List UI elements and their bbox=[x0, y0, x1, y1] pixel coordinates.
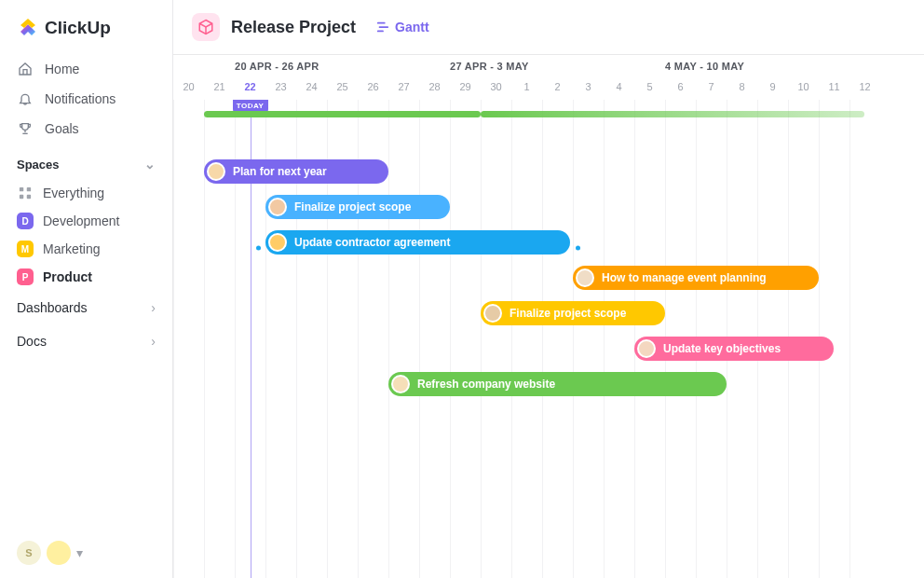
range-label: 4 MAY - 10 MAY bbox=[665, 61, 744, 72]
dependency-handle[interactable] bbox=[256, 246, 261, 251]
gantt-task-bar[interactable]: How to manage event planning bbox=[573, 266, 819, 290]
gantt-row: Update contractor agreement bbox=[173, 230, 924, 266]
chevron-right-icon: › bbox=[151, 300, 156, 315]
gantt-row: Update key objectives bbox=[173, 337, 924, 372]
task-label: Plan for next year bbox=[233, 165, 327, 178]
day-column: 28 bbox=[419, 77, 450, 100]
space-badge: P bbox=[17, 268, 34, 285]
day-column: 4 bbox=[604, 77, 634, 100]
nav-goals[interactable]: Goals bbox=[0, 114, 172, 144]
task-label: How to manage event planning bbox=[602, 271, 767, 284]
space-badge: D bbox=[17, 213, 34, 229]
day-column: 12 bbox=[849, 77, 880, 100]
home-icon bbox=[17, 61, 34, 77]
gantt-task-bar[interactable]: Finalize project scope bbox=[481, 301, 665, 325]
day-column: 5 bbox=[634, 77, 665, 100]
topbar: Release Project Gantt bbox=[173, 0, 924, 55]
space-label: Everything bbox=[43, 186, 104, 200]
day-column: 9 bbox=[757, 77, 788, 100]
day-column: 10 bbox=[788, 77, 819, 100]
chevron-right-icon: › bbox=[151, 334, 156, 349]
progress-fade bbox=[481, 111, 864, 117]
everything-icon bbox=[17, 185, 34, 201]
assignee-avatar bbox=[576, 268, 594, 287]
view-gantt[interactable]: Gantt bbox=[376, 20, 429, 34]
section-label: Dashboards bbox=[17, 300, 88, 315]
space-label: Marketing bbox=[43, 241, 100, 256]
sidebar-item-dashboards[interactable]: Dashboards › bbox=[0, 291, 172, 324]
gantt-task-bar[interactable]: Update contractor agreement bbox=[265, 230, 570, 255]
sidebar-item-marketing[interactable]: M Marketing bbox=[0, 235, 172, 263]
day-column: 30 bbox=[481, 77, 511, 100]
day-column: 7 bbox=[696, 77, 727, 100]
day-column: 26 bbox=[358, 77, 388, 100]
gantt-bars: Plan for next yearFinalize project scope… bbox=[173, 159, 924, 407]
spaces-header[interactable]: Spaces ⌄ bbox=[0, 144, 172, 179]
sidebar-item-development[interactable]: D Development bbox=[0, 207, 172, 235]
day-column: 23 bbox=[265, 77, 296, 100]
task-label: Finalize project scope bbox=[510, 307, 626, 320]
gantt-task-bar[interactable]: Update key objectives bbox=[634, 337, 834, 361]
gantt-row: How to manage event planning bbox=[173, 266, 924, 301]
logo-icon bbox=[17, 17, 39, 39]
day-column: 20 bbox=[173, 77, 204, 100]
project-title: Release Project bbox=[231, 18, 356, 37]
day-column: 21 bbox=[204, 77, 235, 100]
user-avatar: S bbox=[17, 541, 41, 565]
day-column: 11 bbox=[819, 77, 849, 100]
sidebar-item-docs[interactable]: Docs › bbox=[0, 324, 172, 358]
nav-home[interactable]: Home bbox=[0, 54, 172, 84]
gantt-row: Finalize project scope bbox=[173, 301, 924, 337]
task-label: Refresh company website bbox=[417, 378, 555, 391]
task-label: Finalize project scope bbox=[294, 200, 411, 213]
nav-label: Notifications bbox=[45, 91, 116, 106]
section-label: Spaces bbox=[17, 158, 60, 172]
nav-label: Goals bbox=[45, 121, 79, 136]
task-label: Update key objectives bbox=[663, 342, 781, 355]
day-column: 22 bbox=[235, 77, 265, 100]
day-column: 8 bbox=[727, 77, 757, 100]
svg-rect-2 bbox=[20, 195, 23, 199]
chevron-down-icon: ⌄ bbox=[144, 157, 156, 172]
project-badge[interactable] bbox=[192, 13, 220, 41]
user-menu[interactable]: S ▾ bbox=[17, 541, 83, 565]
assignee-avatar bbox=[268, 198, 287, 216]
secondary-avatar bbox=[47, 541, 71, 565]
sidebar-item-everything[interactable]: Everything bbox=[0, 179, 172, 207]
gantt-row: Refresh company website bbox=[173, 372, 924, 407]
day-column: 2 bbox=[542, 77, 573, 100]
range-label: 20 APR - 26 APR bbox=[235, 61, 319, 72]
assignee-avatar bbox=[391, 375, 410, 393]
range-label: 27 APR - 3 MAY bbox=[450, 61, 529, 72]
day-column: 27 bbox=[388, 77, 419, 100]
gantt-task-bar[interactable]: Finalize project scope bbox=[265, 195, 450, 219]
dependency-handle[interactable] bbox=[576, 246, 580, 251]
day-headers: 2021222324252627282930123456789101112 bbox=[173, 77, 924, 100]
gantt-row: Finalize project scope bbox=[173, 195, 924, 230]
gantt-icon bbox=[376, 21, 389, 34]
gantt-task-bar[interactable]: Plan for next year bbox=[204, 159, 388, 184]
bell-icon bbox=[17, 90, 34, 107]
nav-notifications[interactable]: Notifications bbox=[0, 84, 172, 114]
trophy-icon bbox=[17, 120, 34, 137]
svg-rect-0 bbox=[20, 187, 23, 191]
app-logo[interactable]: ClickUp bbox=[0, 9, 172, 54]
nav-label: Home bbox=[45, 62, 79, 76]
task-label: Update contractor agreement bbox=[294, 236, 450, 249]
svg-rect-1 bbox=[27, 187, 31, 191]
day-column: 25 bbox=[327, 77, 358, 100]
day-column: 29 bbox=[450, 77, 481, 100]
date-ranges: 20 APR - 26 APR 27 APR - 3 MAY 4 MAY - 1… bbox=[173, 55, 924, 77]
sidebar-item-product[interactable]: P Product bbox=[0, 263, 172, 291]
view-label: Gantt bbox=[395, 20, 429, 34]
section-label: Docs bbox=[17, 334, 47, 349]
gantt-timeline[interactable]: 20 APR - 26 APR 27 APR - 3 MAY 4 MAY - 1… bbox=[173, 55, 924, 578]
gantt-task-bar[interactable]: Refresh company website bbox=[388, 372, 727, 396]
logo-text: ClickUp bbox=[45, 18, 111, 38]
main-content: Release Project Gantt 20 APR - 26 APR 27… bbox=[173, 0, 924, 578]
space-label: Product bbox=[43, 269, 92, 284]
space-label: Development bbox=[43, 213, 120, 228]
assignee-avatar bbox=[268, 233, 287, 252]
day-column: 1 bbox=[511, 77, 542, 100]
sidebar: ClickUp Home Notifications Goals Spaces … bbox=[0, 0, 173, 578]
